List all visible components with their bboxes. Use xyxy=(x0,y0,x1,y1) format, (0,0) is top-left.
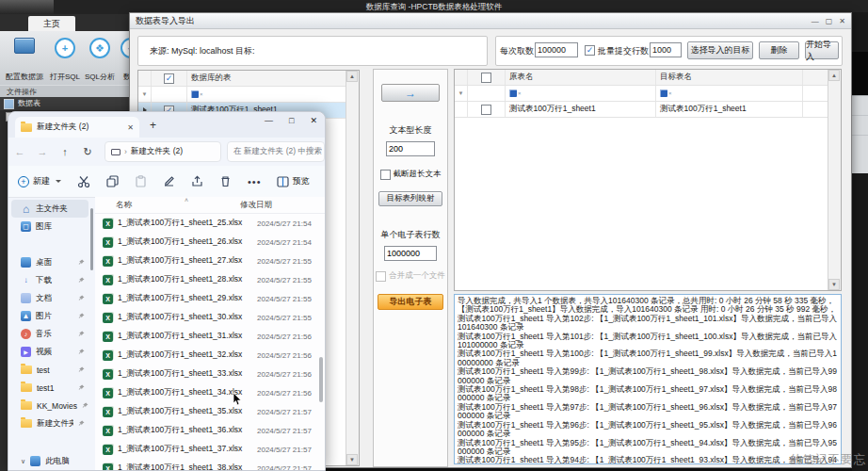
minimize-icon[interactable]: — xyxy=(265,116,273,125)
row-checkbox[interactable] xyxy=(481,105,491,115)
scroll-up-icon[interactable]: ▲ xyxy=(828,70,840,81)
column-header-source[interactable]: 原表名 xyxy=(506,70,656,85)
grid-filter-row[interactable]: ▼ × xyxy=(138,87,359,103)
share-icon[interactable] xyxy=(191,175,203,187)
text-length-input[interactable] xyxy=(386,141,435,156)
file-row[interactable]: X1_测试表100万行1_sheet1_30.xlsx2024/5/27 21:… xyxy=(95,308,325,327)
export-spreadsheet-button[interactable]: 导出电子表 xyxy=(378,294,443,310)
sheet-rows-input[interactable] xyxy=(384,246,437,261)
explorer-body: ⌂ 主文件夹 ◻ 图库 桌面 ↓ 下载 xyxy=(8,197,325,470)
chevron-down-icon[interactable]: ∨ xyxy=(21,458,25,465)
sidebar-item-music[interactable]: ♪ 音乐 xyxy=(11,325,88,343)
select-import-target-button[interactable]: 选择导入的目标 xyxy=(687,41,753,59)
sidebar-item-test1[interactable]: test1 xyxy=(11,379,88,397)
file-row[interactable]: X1_测试表100万行1_sheet1_27.xlsx2024/5/27 21:… xyxy=(95,252,325,270)
sidebar-item-gallery[interactable]: ◻ 图库 xyxy=(11,218,88,236)
select-all-checkbox[interactable] xyxy=(481,73,491,83)
truncate-checkbox-row[interactable]: 截断超长文本 xyxy=(380,169,442,180)
column-mapping-button[interactable]: 目标表列映射 xyxy=(378,191,442,206)
excel-file-icon: X xyxy=(103,219,113,229)
close-tab-icon[interactable]: ✕ xyxy=(127,123,134,132)
close-icon[interactable]: ✕ xyxy=(310,116,317,125)
file-row[interactable]: X1_测试表100万行1_sheet1_33.xlsx2024/5/27 21:… xyxy=(95,365,325,383)
search-input[interactable]: 在 新建文件夹 (2) 中搜索 xyxy=(227,141,325,162)
config-datasource-button[interactable]: 配置数据源 xyxy=(3,35,46,82)
sidebar-item-videos[interactable]: ▶ 视频 xyxy=(11,343,88,361)
file-row[interactable]: X1_测试表100万行1_sheet1_37.xlsx2024/5/27 21:… xyxy=(95,440,325,459)
tab-home[interactable]: 主页 xyxy=(28,16,75,31)
sidebar-item-downloads[interactable]: ↓ 下载 xyxy=(11,271,88,289)
select-all-checkbox[interactable]: ✓ xyxy=(164,73,174,84)
list-scrollbar[interactable] xyxy=(319,357,323,402)
refresh-icon[interactable]: ↻ xyxy=(76,146,99,158)
import-log[interactable]: 导入数据完成，共导入1 个数据表，共导入101640300 条记录，总共用时: … xyxy=(454,294,842,464)
column-header-target[interactable]: 目标表名 xyxy=(656,70,803,85)
fetch-count-input[interactable] xyxy=(535,42,578,57)
grid-filter-row[interactable]: ▼ × × xyxy=(455,86,841,102)
file-row[interactable]: X1_测试表100万行1_sheet1_32.xlsx2024/5/27 21:… xyxy=(95,346,325,365)
more-icon[interactable]: ••• xyxy=(248,176,262,187)
scroll-down-icon[interactable]: ▼ xyxy=(828,279,840,290)
scrollbar[interactable]: ▲ ▼ xyxy=(346,71,359,465)
sidebar-item-kk-movies[interactable]: KK_Movies xyxy=(11,397,88,414)
sql-analyze-button[interactable]: ❖ SQL分析 xyxy=(83,35,117,82)
sidebar-item-test[interactable]: test xyxy=(11,361,88,379)
file-row[interactable]: X1_测试表100万行1_sheet1_35.xlsx2024/5/27 21:… xyxy=(95,402,325,421)
preview-button[interactable]: 预览 xyxy=(277,175,310,187)
new-tab-button[interactable]: + xyxy=(150,120,156,131)
target-table-cell[interactable]: 测试表100万行1_sheet1 xyxy=(656,102,803,117)
copy-icon[interactable] xyxy=(106,175,119,187)
table-row[interactable]: 测试表100万行1_sheet1 测试表100万行1_sheet1 xyxy=(455,102,841,118)
maximize-icon[interactable]: □ xyxy=(289,116,294,125)
truncate-checkbox[interactable] xyxy=(380,170,391,180)
file-row[interactable]: X1_测试表100万行1_sheet1_26.xlsx2024/5/27 21:… xyxy=(95,233,325,252)
ribbon-button-label: SQL分析 xyxy=(85,72,115,82)
sidebar-item-home[interactable]: ⌂ 主文件夹 xyxy=(11,200,88,218)
file-row[interactable]: X1_测试表100万行1_sheet1_36.xlsx2024/5/27 21:… xyxy=(95,421,325,440)
rename-icon[interactable] xyxy=(163,175,175,187)
delete-button[interactable]: 删除 xyxy=(759,41,799,59)
dialog-titlebar[interactable]: 数据表导入导出 — ▢ ✕ xyxy=(130,13,851,29)
cut-icon[interactable] xyxy=(77,175,90,188)
scroll-down-icon[interactable]: ▼ xyxy=(346,454,358,465)
file-row[interactable]: X1_测试表100万行1_sheet1_38.xlsx2024/5/27 21:… xyxy=(95,459,325,471)
file-row[interactable]: X1_测试表100万行1_sheet1_34.xlsx2024/5/27 21:… xyxy=(95,383,325,402)
explorer-command-bar: + 新建 ••• xyxy=(8,166,325,198)
source-table-cell[interactable]: 测试表100万行1_sheet1 xyxy=(506,102,656,117)
breadcrumb-folder[interactable]: 新建文件夹 (2) xyxy=(131,146,183,157)
minimize-icon[interactable]: — xyxy=(812,13,819,29)
maximize-icon[interactable]: ▢ xyxy=(826,13,833,29)
sidebar-item-documents[interactable]: 文档 xyxy=(11,289,88,307)
start-import-button[interactable]: 开始导入 xyxy=(805,41,839,59)
log-line: 测试表100万行1_sheet1 导入第101步: 【1_测试表100万行1_s… xyxy=(458,333,838,350)
file-row[interactable]: X1_测试表100万行1_sheet1_25.xlsx2024/5/27 21:… xyxy=(95,214,325,233)
up-icon[interactable]: ↑ xyxy=(54,146,76,157)
delete-icon[interactable] xyxy=(219,175,232,187)
column-header[interactable]: 数据库的表 xyxy=(187,71,359,86)
mapping-grid[interactable]: 原表名 目标表名 ▼ × × 测试表100万行1_sheet1 测试表100万行… xyxy=(454,69,842,291)
batch-rows-input[interactable] xyxy=(650,42,682,57)
breadcrumb[interactable]: › 新建文件夹 (2) xyxy=(104,141,221,162)
new-button[interactable]: + 新建 xyxy=(18,175,61,187)
forward-icon[interactable]: → xyxy=(31,146,54,157)
sidebar-item-new-folder[interactable]: 新建文件夹 ( xyxy=(11,414,88,432)
split-view-icon xyxy=(277,176,289,187)
scroll-up-icon[interactable]: ▲ xyxy=(346,71,358,82)
back-icon[interactable]: ← xyxy=(8,146,31,157)
sidebar-item-desktop[interactable]: 桌面 xyxy=(11,253,88,271)
scrollbar[interactable]: ▲ ▼ xyxy=(828,70,841,290)
open-sql-button[interactable]: + 打开SQL xyxy=(48,35,82,82)
file-row[interactable]: X1_测试表100万行1_sheet1_28.xlsx2024/5/27 21:… xyxy=(95,270,325,289)
column-header-name[interactable]: 名称 xyxy=(95,200,236,211)
file-row[interactable]: X1_测试表100万行1_sheet1_31.xlsx2024/5/27 21:… xyxy=(95,327,325,346)
file-row[interactable]: X1_测试表100万行1_sheet1_29.xlsx2024/5/27 21:… xyxy=(95,289,325,308)
explorer-tab[interactable]: 新建文件夹 (2) ✕ xyxy=(15,117,139,138)
close-icon[interactable]: ✕ xyxy=(839,13,845,29)
sidebar-scrollbar[interactable] xyxy=(90,208,93,270)
sidebar-item-pictures[interactable]: ▲ 图片 xyxy=(11,307,88,325)
batch-commit-checkbox[interactable]: ✓ xyxy=(585,45,595,56)
column-header-date[interactable]: 修改日期 xyxy=(236,200,272,211)
excel-file-icon: X xyxy=(103,275,113,285)
transfer-arrow-button[interactable]: → xyxy=(381,84,440,102)
sidebar-item-this-pc[interactable]: ∨ 此电脑 xyxy=(11,452,88,470)
